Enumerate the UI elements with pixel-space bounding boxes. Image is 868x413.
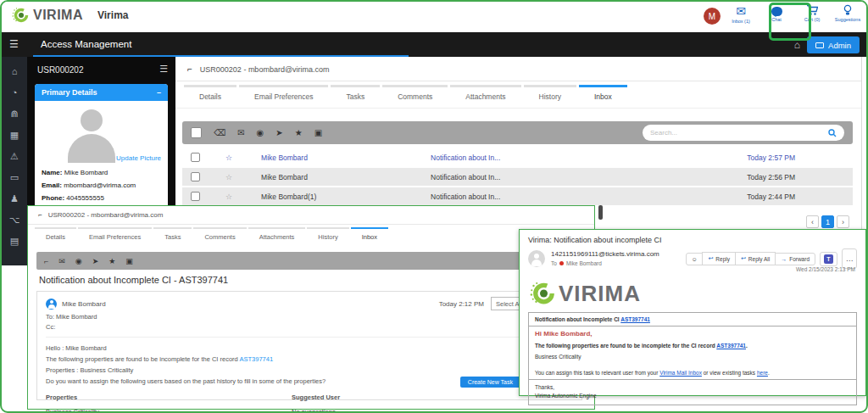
mail-row[interactable]: ☆ Mike Bombard Notification about In... … xyxy=(182,168,853,186)
teams-share-button[interactable]: T xyxy=(820,252,837,266)
sender-name: Mike Bombard xyxy=(62,300,106,308)
mail-row[interactable]: ☆ Mike Bombard(1) Notification about In.… xyxy=(182,187,853,205)
home-icon[interactable]: ⌂ xyxy=(794,39,800,51)
suggestions-button[interactable]: Suggestions xyxy=(832,4,863,22)
record-tabs: Details Email Preferences Tasks Comments… xyxy=(35,227,390,246)
tab-tasks[interactable]: Tasks xyxy=(153,227,192,246)
admin-button[interactable]: Admin xyxy=(807,36,860,53)
scrollbar-thumb[interactable] xyxy=(598,205,603,220)
collapse-icon[interactable]: – xyxy=(157,88,161,97)
star-icon[interactable]: ★ xyxy=(108,257,115,265)
back-icon[interactable]: ⌐ xyxy=(38,211,42,219)
tab-details[interactable]: Details xyxy=(184,85,236,107)
archive-icon[interactable]: ▣ xyxy=(125,257,133,265)
row-checkbox[interactable] xyxy=(191,153,200,162)
virima-logo[interactable]: VIRIMA Virima xyxy=(12,7,128,24)
tab-comments[interactable]: Comments xyxy=(193,227,246,246)
star-toggle[interactable]: ☆ xyxy=(225,193,232,201)
reactions-button[interactable]: ☺ xyxy=(686,253,704,265)
reply-all-button[interactable]: ↩ Reply All xyxy=(735,252,776,265)
tab-attachments[interactable]: Attachments xyxy=(450,85,520,107)
send-icon[interactable]: ➤ xyxy=(275,129,282,137)
tab-comments[interactable]: Comments xyxy=(382,85,448,107)
chat-button[interactable]: Chat xyxy=(761,4,792,22)
sender-avatar xyxy=(528,250,545,267)
admin-label: Admin xyxy=(828,41,851,50)
mail-subject: Notification about In... xyxy=(431,153,676,162)
sidebar-cmdb-icon[interactable]: ▦ xyxy=(10,130,19,140)
mail-time: Today 2:56 PM xyxy=(747,173,795,181)
breadcrumb-text: USR000202 - mbombard@virima.com xyxy=(48,211,164,219)
search-input[interactable] xyxy=(650,129,823,137)
current-page[interactable]: 1 xyxy=(821,215,834,228)
logo-wordmark: VIRIMA xyxy=(33,8,83,23)
inbox-button[interactable]: ✉ Inbox (1) xyxy=(726,4,756,24)
user-avatar[interactable]: M xyxy=(704,8,721,25)
tab-attachments[interactable]: Attachments xyxy=(248,227,306,246)
app-name: Virima xyxy=(97,9,128,21)
back-icon[interactable]: ⌐ xyxy=(44,257,48,265)
lightbulb-icon xyxy=(843,4,853,16)
next-page-button[interactable]: › xyxy=(837,215,849,228)
notification-header-box: Notification about Incomplete CI AST3977… xyxy=(528,312,857,326)
forward-button[interactable]: → Forward xyxy=(775,253,815,265)
sidebar-itsm-icon[interactable]: ▭ xyxy=(10,172,19,182)
ci-record-link[interactable]: AST397741 xyxy=(239,355,273,363)
existing-tasks-link[interactable]: here xyxy=(757,370,768,376)
star-toggle[interactable]: ☆ xyxy=(225,153,232,162)
name-value: Mike Bombard xyxy=(64,169,108,176)
mark-unread-icon[interactable]: ✉ xyxy=(58,257,65,265)
create-new-task-button[interactable]: Create New Task xyxy=(460,377,520,388)
sidebar-users-icon[interactable]: ♟ xyxy=(10,193,19,204)
silhouette-head xyxy=(81,109,103,131)
sidebar-dashboard-icon[interactable]: ◔ xyxy=(12,87,18,98)
tab-email-preferences[interactable]: Email Preferences xyxy=(78,227,152,246)
row-checkbox[interactable] xyxy=(191,192,200,201)
mark-read-icon[interactable]: ◉ xyxy=(257,129,264,137)
ci-record-link[interactable]: AST397741 xyxy=(716,343,746,349)
sidebar-risks-icon[interactable]: ⚠ xyxy=(10,151,19,161)
virima-mail-inbox-link[interactable]: Virima Mail Inbox xyxy=(659,370,702,376)
tab-history[interactable]: History xyxy=(524,85,576,107)
sender-email: 1421151969111@tickets.virima.com xyxy=(551,250,659,258)
col-properties: Properties xyxy=(46,393,292,401)
tab-details[interactable]: Details xyxy=(35,227,76,246)
search-icon[interactable] xyxy=(828,129,837,137)
star-toggle[interactable]: ☆ xyxy=(225,173,232,181)
tab-inbox[interactable]: Inbox xyxy=(579,85,627,107)
ci-record-link[interactable]: AST397741 xyxy=(620,316,650,322)
virima-logo-icon xyxy=(12,7,29,24)
reply-button[interactable]: ↩ Reply xyxy=(702,252,736,265)
loading-bar xyxy=(33,55,409,57)
silhouette-body xyxy=(68,134,115,163)
tab-history[interactable]: History xyxy=(307,227,348,246)
sidebar-home-icon[interactable]: ⌂ xyxy=(12,66,18,76)
sidebar-knowledge-icon[interactable]: ▤ xyxy=(10,236,19,246)
mark-unread-icon[interactable]: ✉ xyxy=(237,129,244,137)
tab-email-preferences[interactable]: Email Preferences xyxy=(239,85,328,107)
star-icon[interactable]: ★ xyxy=(295,129,303,137)
trash-icon[interactable]: ⌫ xyxy=(214,129,225,137)
prev-page-button[interactable]: ‹ xyxy=(806,215,819,228)
back-icon[interactable]: ⌐ xyxy=(187,64,192,74)
panel-menu-icon[interactable]: ☰ xyxy=(159,64,168,75)
forward-label: Forward xyxy=(789,256,810,262)
sidebar-network-icon[interactable]: ⌥ xyxy=(9,215,20,225)
row-checkbox[interactable] xyxy=(191,172,200,181)
cart-button[interactable]: Cart (0) xyxy=(797,4,827,22)
tab-inbox[interactable]: Inbox xyxy=(351,227,388,246)
cart-label: Cart (0) xyxy=(804,17,821,22)
reply-all-label: Reply All xyxy=(748,256,770,262)
mail-row[interactable]: ☆ Mike Bombard Notification about In... … xyxy=(182,148,853,166)
sidebar-discovery-icon[interactable]: ⋒ xyxy=(10,109,18,119)
menu-icon[interactable]: ☰ xyxy=(9,38,19,50)
mail-toolbar: ⌐ ✉ ◉ ➤ ★ ▣ xyxy=(36,252,582,270)
send-icon[interactable]: ➤ xyxy=(92,257,99,265)
archive-icon[interactable]: ▣ xyxy=(314,129,322,137)
tab-tasks[interactable]: Tasks xyxy=(331,85,380,107)
to-name[interactable]: Mike Bombard xyxy=(566,260,602,266)
greeting-line: Hello : Mike Bombard xyxy=(46,343,573,354)
monitor-icon xyxy=(815,42,824,48)
select-all-checkbox[interactable] xyxy=(191,127,202,138)
mark-read-icon[interactable]: ◉ xyxy=(75,257,82,265)
